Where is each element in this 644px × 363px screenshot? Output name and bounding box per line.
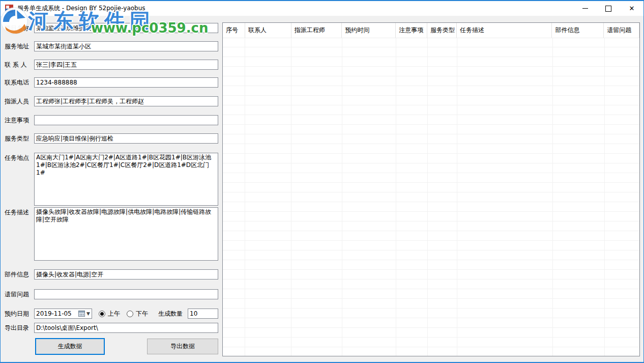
app-window: 服务单生成系统 - Design BY 52pojie-yaobus ✕ 项目名… <box>0 0 644 363</box>
export-dir-input[interactable] <box>34 323 218 333</box>
client-area: 项目名称 服务地址 联 系 人 联系电话 指派人员 注意事项 服务类型 任务地点… <box>1 16 643 362</box>
maximize-button[interactable] <box>597 1 620 16</box>
column-gridline <box>396 38 396 356</box>
phone-input[interactable] <box>34 77 218 88</box>
column-header-appointment-time[interactable]: 预约时间 <box>342 23 396 38</box>
column-gridline <box>457 38 457 356</box>
field-label-export-dir: 导出目录 <box>5 324 34 331</box>
radio-afternoon[interactable]: 下午 <box>127 310 148 318</box>
field-label-phone: 联系电话 <box>5 79 34 86</box>
maximize-icon <box>605 6 611 12</box>
appointment-date-picker[interactable]: 2019-11-05 ▼ <box>34 309 92 319</box>
window-title: 服务单生成系统 - Design BY 52pojie-yaobus <box>17 4 145 13</box>
field-label-pending-issues: 遗留问题 <box>5 291 34 298</box>
column-gridline <box>291 38 291 356</box>
column-header-contact[interactable]: 联系人 <box>245 23 291 38</box>
export-data-button[interactable]: 导出数据 <box>147 339 218 354</box>
appointment-date-value: 2019-11-05 <box>36 310 78 317</box>
close-icon: ✕ <box>629 5 635 12</box>
column-header-index[interactable]: 序号 <box>223 23 245 38</box>
column-gridline <box>604 38 605 356</box>
parts-info-input[interactable] <box>34 269 218 280</box>
assignees-input[interactable] <box>34 96 218 106</box>
radio-afternoon-circle-icon <box>127 311 133 317</box>
column-gridline <box>552 38 553 356</box>
field-label-service-address: 服务地址 <box>5 43 34 50</box>
field-label-notes: 注意事项 <box>5 117 34 124</box>
field-label-assignees: 指派人员 <box>5 98 34 105</box>
column-gridline <box>342 38 342 356</box>
field-label-parts-info: 部件信息 <box>5 271 34 278</box>
column-header-service-type[interactable]: 服务类型 <box>427 23 457 38</box>
column-header-parts-info[interactable]: 部件信息 <box>552 23 604 38</box>
chevron-down-icon: ▼ <box>86 311 90 316</box>
title-bar: 服务单生成系统 - Design BY 52pojie-yaobus ✕ <box>1 1 643 16</box>
results-listview[interactable]: 序号 联系人 指派工程师 预约时间 注意事项 服务类型 任务描述 部件信息 遗留… <box>222 22 640 356</box>
field-label-task-locations: 任务地点 <box>5 154 34 161</box>
listview-body[interactable] <box>223 38 639 356</box>
minimize-icon <box>582 8 588 9</box>
field-label-project-name: 项目名称 <box>5 24 34 32</box>
column-header-notes[interactable]: 注意事项 <box>396 23 427 38</box>
calendar-icon <box>78 311 85 317</box>
minimize-button[interactable] <box>573 1 597 16</box>
column-gridline <box>427 38 428 356</box>
column-header-pending-issues[interactable]: 遗留问题 <box>604 23 639 38</box>
radio-morning[interactable]: 上午 <box>99 310 120 318</box>
service-type-input[interactable] <box>34 133 218 144</box>
close-button[interactable]: ✕ <box>620 1 643 16</box>
pending-issues-input[interactable] <box>34 289 218 299</box>
field-label-quantity: 生成数量 <box>158 310 187 317</box>
notes-input[interactable] <box>34 115 218 125</box>
app-icon <box>5 5 13 13</box>
field-label-service-type: 服务类型 <box>5 135 34 142</box>
quantity-input[interactable] <box>188 309 218 319</box>
project-name-input[interactable] <box>34 23 218 33</box>
radio-morning-circle-icon <box>99 311 105 317</box>
field-label-appointment-date: 预约日期 <box>5 310 34 317</box>
radio-morning-label: 上午 <box>108 310 120 318</box>
field-label-contact: 联 系 人 <box>5 61 34 68</box>
service-address-input[interactable] <box>34 41 218 51</box>
task-locations-textarea[interactable]: A区南大门1#|A区南大门2#|A区道路1#|B区花园1#|B区游泳池1#|B区… <box>34 153 218 206</box>
column-gridline <box>245 38 245 356</box>
generate-data-button[interactable]: 生成数据 <box>35 338 105 355</box>
listview-header: 序号 联系人 指派工程师 预约时间 注意事项 服务类型 任务描述 部件信息 遗留… <box>223 23 639 38</box>
radio-afternoon-label: 下午 <box>136 310 148 318</box>
window-controls: ✕ <box>573 1 643 16</box>
contact-input[interactable] <box>34 60 218 70</box>
column-header-engineer[interactable]: 指派工程师 <box>291 23 342 38</box>
field-label-task-description: 任务描述 <box>5 209 34 216</box>
task-description-textarea[interactable]: 摄像头故障|收发器故障|电源故障|供电故障|电路故障|传输链路故障|空开故障 <box>34 207 218 261</box>
column-header-task-description[interactable]: 任务描述 <box>457 23 552 38</box>
